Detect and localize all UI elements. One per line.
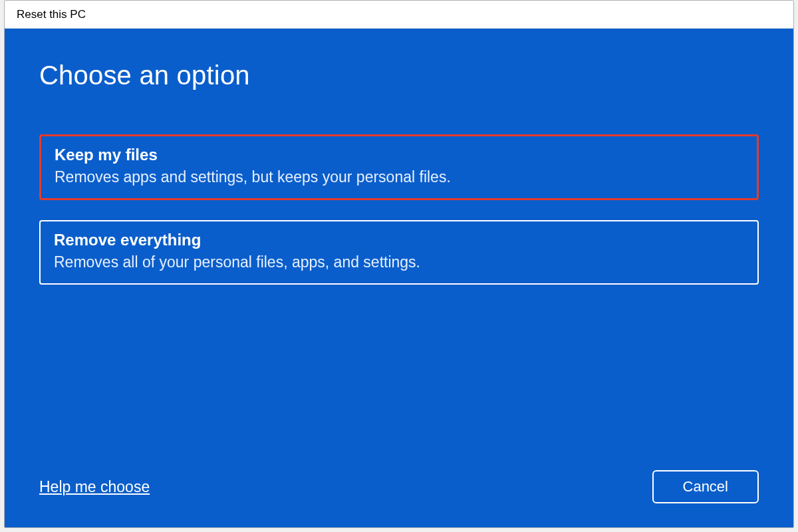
option-description: Removes all of your personal files, apps… [54,253,744,271]
dialog-footer: Help me choose Cancel [39,470,759,503]
help-me-choose-link[interactable]: Help me choose [39,478,150,496]
window-title: Reset this PC [17,8,86,21]
option-title: Keep my files [55,146,743,164]
option-remove-everything[interactable]: Remove everything Removes all of your pe… [39,220,759,285]
cancel-button[interactable]: Cancel [652,470,759,503]
page-heading: Choose an option [39,61,759,90]
option-description: Removes apps and settings, but keeps you… [55,168,743,186]
reset-pc-window: Reset this PC Choose an option Keep my f… [4,0,794,528]
options-list: Keep my files Removes apps and settings,… [39,134,759,285]
window-titlebar: Reset this PC [5,1,793,29]
option-keep-my-files[interactable]: Keep my files Removes apps and settings,… [39,134,759,200]
option-title: Remove everything [54,231,744,249]
content-area: Choose an option Keep my files Removes a… [5,29,793,527]
